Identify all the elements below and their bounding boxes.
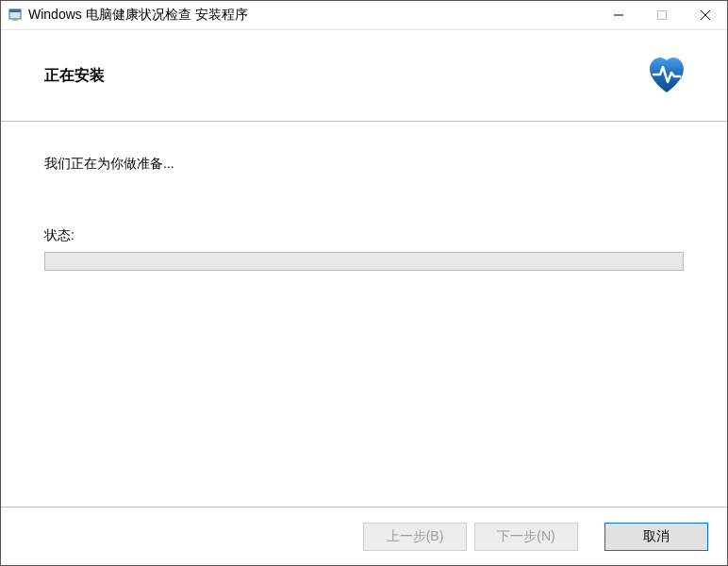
status-label: 状态: <box>44 227 684 244</box>
installer-icon <box>8 8 23 23</box>
next-button: 下一步(N) <box>474 523 578 551</box>
page-title: 正在安装 <box>44 66 105 86</box>
heart-health-icon <box>644 53 689 98</box>
back-button: 上一步(B) <box>363 523 467 551</box>
window-title: Windows 电脑健康状况检查 安装程序 <box>28 7 597 24</box>
footer: 上一步(B) 下一步(N) 取消 <box>1 507 727 565</box>
header-panel: 正在安装 <box>1 30 727 122</box>
titlebar: Windows 电脑健康状况检查 安装程序 <box>1 1 727 30</box>
svg-rect-1 <box>9 9 21 12</box>
cancel-button[interactable]: 取消 <box>604 523 708 551</box>
progress-bar <box>44 252 684 271</box>
window-controls <box>597 1 727 29</box>
maximize-button <box>640 1 684 29</box>
content-area: 我们正在为你做准备... 状态: <box>1 122 727 271</box>
minimize-button[interactable] <box>597 1 640 29</box>
close-button[interactable] <box>684 1 727 29</box>
svg-rect-2 <box>12 19 18 21</box>
status-message: 我们正在为你做准备... <box>44 156 684 173</box>
svg-rect-4 <box>658 11 667 20</box>
installer-window: Windows 电脑健康状况检查 安装程序 正在安装 <box>1 1 727 565</box>
